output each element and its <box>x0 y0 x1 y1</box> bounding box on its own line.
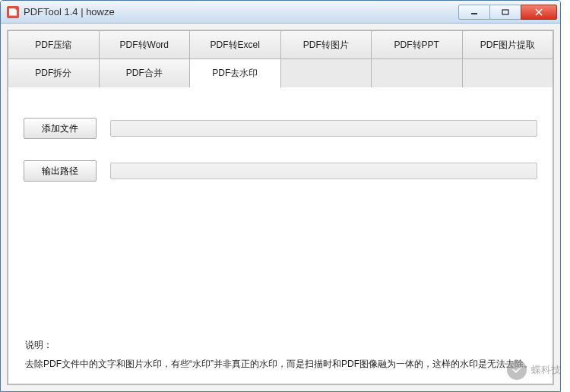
tab-empty <box>463 59 554 88</box>
tab-label: PDF转PPT <box>394 39 439 52</box>
tab-pdf-to-image[interactable]: PDF转图片 <box>281 30 372 59</box>
tab-pdf-split[interactable]: PDF拆分 <box>8 59 100 88</box>
maximize-button[interactable] <box>489 5 521 20</box>
tab-label: PDF转图片 <box>303 39 349 52</box>
tab-label: PDF拆分 <box>35 67 71 80</box>
tabs-row-2: PDF拆分 PDF合并 PDF去水印 <box>8 59 553 88</box>
app-window: PDFTool 1.4 | howze PDF压缩 PDF转Word PDF转E… <box>0 0 561 392</box>
maximize-icon <box>502 9 509 15</box>
window-title: PDFTool 1.4 | howze <box>24 6 459 17</box>
window-controls <box>459 5 557 20</box>
button-label: 添加文件 <box>42 122 78 135</box>
tab-label: PDF图片提取 <box>480 39 535 52</box>
tab-label: PDF去水印 <box>212 67 258 80</box>
tab-label: PDF合并 <box>126 67 163 80</box>
tab-empty <box>281 59 372 88</box>
tab-pdf-to-excel[interactable]: PDF转Excel <box>190 30 281 59</box>
add-file-button[interactable]: 添加文件 <box>24 118 97 139</box>
svg-rect-1 <box>502 10 508 14</box>
tab-pdf-to-word[interactable]: PDF转Word <box>100 30 191 59</box>
output-path-field[interactable] <box>110 163 537 179</box>
tab-content: 添加文件 输出路径 说明： 去除PDF文件中的文字和图片水印，有些“水印”并非真… <box>8 87 553 384</box>
minimize-button[interactable] <box>458 5 490 20</box>
button-label: 输出路径 <box>42 165 78 178</box>
close-button[interactable] <box>521 5 557 20</box>
output-path-row: 输出路径 <box>24 160 537 182</box>
tab-empty <box>372 59 463 88</box>
content-area: PDF压缩 PDF转Word PDF转Excel PDF转图片 PDF转PPT … <box>1 24 560 391</box>
tab-label: PDF转Word <box>120 39 169 52</box>
app-icon <box>7 6 19 18</box>
add-file-row: 添加文件 <box>24 118 537 139</box>
tab-pdf-remove-watermark[interactable]: PDF去水印 <box>190 59 281 88</box>
add-file-field[interactable] <box>110 120 537 137</box>
tab-pdf-compress[interactable]: PDF压缩 <box>8 30 100 59</box>
tab-pdf-extract-image[interactable]: PDF图片提取 <box>463 30 554 59</box>
inner-panel: PDF压缩 PDF转Word PDF转Excel PDF转图片 PDF转PPT … <box>7 30 554 385</box>
svg-rect-0 <box>471 13 477 14</box>
spacer <box>24 203 537 338</box>
tab-label: PDF转Excel <box>211 39 260 52</box>
titlebar[interactable]: PDFTool 1.4 | howze <box>1 1 560 24</box>
minimize-icon <box>470 9 478 15</box>
description-block: 说明： 去除PDF文件中的文字和图片水印，有些“水印”并非真正的水印，而是扫描时… <box>24 338 537 376</box>
close-icon <box>534 8 543 16</box>
output-path-button[interactable]: 输出路径 <box>24 160 97 182</box>
tabs-row-1: PDF压缩 PDF转Word PDF转Excel PDF转图片 PDF转PPT … <box>8 30 553 59</box>
description-text: 去除PDF文件中的文字和图片水印，有些“水印”并非真正的水印，而是扫描时和PDF… <box>25 357 536 371</box>
tab-pdf-to-ppt[interactable]: PDF转PPT <box>372 30 463 59</box>
description-label: 说明： <box>25 338 536 352</box>
tab-pdf-merge[interactable]: PDF合并 <box>100 59 191 88</box>
tab-label: PDF压缩 <box>35 39 71 52</box>
